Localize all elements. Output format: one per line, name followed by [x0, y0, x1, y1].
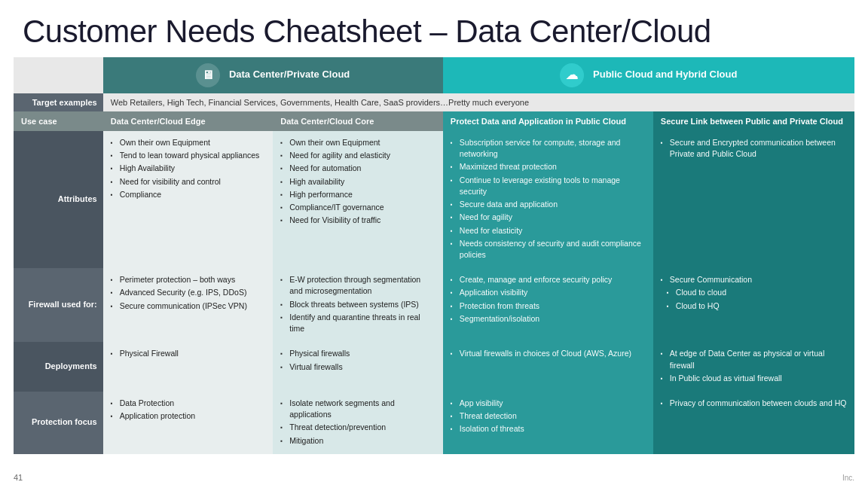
- list-item: Need for visibility and control: [111, 176, 266, 188]
- protection-dc2-list: Isolate network segments and application…: [280, 398, 436, 447]
- list-item: High performance: [280, 189, 436, 200]
- firewall-cloud2-list: Secure Communication Cloud to cloud Clou…: [661, 274, 847, 312]
- list-item: Mitigation: [280, 435, 436, 447]
- list-item: Physical Firewall: [111, 348, 266, 359]
- protection-row: Protection focus Data Protection Applica…: [14, 392, 854, 454]
- attributes-label: Attributes: [14, 131, 103, 268]
- page-title: Customer Needs Cheatsheet – Data Center/…: [23, 14, 711, 49]
- list-item: Threat detection: [451, 410, 646, 422]
- attributes-dc1: Own their own Equipment Tend to lean tow…: [103, 131, 274, 268]
- protection-cloud1-list: App visibility Threat detection Isolatio…: [451, 398, 646, 435]
- list-item: Tend to lean toward physical appliances: [111, 150, 266, 161]
- protection-cloud1: App visibility Threat detection Isolatio…: [443, 392, 653, 454]
- list-item: High Availability: [111, 163, 266, 174]
- list-item: In Public cloud as virtual firewall: [661, 373, 847, 384]
- list-item: Need for automation: [280, 163, 436, 174]
- list-item: Compliance/IT governance: [280, 202, 436, 213]
- firewall-cloud1-list: Create, manage and enforce security poli…: [451, 274, 646, 325]
- column-group-header-row: 🖥 Data Center/Private Cloud ☁ Public Clo…: [14, 57, 854, 93]
- cloud2-usecase-label: Secure Link between Public and Private C…: [653, 111, 854, 131]
- attributes-dc1-list: Own their own Equipment Tend to lean tow…: [111, 137, 266, 200]
- list-item: Virtual firewalls in choices of Cloud (A…: [451, 348, 646, 359]
- list-item: Need for elasticity: [451, 225, 646, 236]
- list-item: Threat detection/prevention: [280, 422, 436, 433]
- usecase-row: Use case Data Center/Cloud Edge Data Cen…: [14, 111, 854, 131]
- deployments-row: Deployments Physical Firewall Physical f…: [14, 342, 854, 392]
- main-table: 🖥 Data Center/Private Cloud ☁ Public Clo…: [14, 57, 854, 454]
- list-item: High availability: [280, 176, 436, 188]
- dc1-usecase-label: Data Center/Cloud Edge: [103, 111, 274, 131]
- page: Customer Needs Cheatsheet – Data Center/…: [0, 0, 868, 488]
- protection-dc1: Data Protection Application protection: [103, 392, 274, 454]
- target-row: Target examples Web Retailers, High Tech…: [14, 93, 854, 111]
- list-item: Secure Communication: [661, 274, 847, 285]
- copyright-text: Inc.: [842, 474, 854, 482]
- list-item: Secure and Encrypted communication betwe…: [661, 137, 847, 160]
- firewall-dc1: Perimeter protection – both ways Advance…: [103, 268, 274, 342]
- list-item: Physical firewalls: [280, 348, 436, 359]
- attributes-cloud2-list: Secure and Encrypted communication betwe…: [661, 137, 847, 160]
- deployments-cloud2-list: At edge of Data Center as physical or vi…: [661, 348, 847, 384]
- attributes-dc2: Own their own Equipment Need for agility…: [273, 131, 443, 268]
- list-item: Subscription service for compute, storag…: [451, 137, 646, 160]
- list-item: Cloud to cloud: [661, 287, 847, 298]
- deployments-dc2: Physical firewalls Virtual firewalls: [273, 342, 443, 392]
- firewall-row: Firewall used for: Perimeter protection …: [14, 268, 854, 342]
- list-item: Own their own Equipment: [280, 137, 436, 148]
- dc-header-label: Data Center/Private Cloud: [229, 69, 350, 80]
- firewall-cloud2: Secure Communication Cloud to cloud Clou…: [653, 268, 854, 342]
- cloud1-usecase-label: Protect Data and Application in Public C…: [443, 111, 653, 131]
- list-item: Protection from threats: [451, 300, 646, 312]
- list-item: Virtual firewalls: [280, 361, 436, 373]
- usecase-label: Use case: [14, 111, 103, 131]
- target-label: Target examples: [14, 93, 103, 111]
- list-item: Need for Visibility of traffic: [280, 215, 436, 226]
- list-item: Own their own Equipment: [111, 137, 266, 148]
- cloud-header-label: Public Cloud and Hybrid Cloud: [593, 69, 737, 80]
- dc-icon: 🖥: [196, 63, 220, 87]
- attributes-cloud2: Secure and Encrypted communication betwe…: [653, 131, 854, 268]
- deployments-cloud1-list: Virtual firewalls in choices of Cloud (A…: [451, 348, 646, 359]
- deployments-label: Deployments: [14, 342, 103, 392]
- list-item: Compliance: [111, 189, 266, 200]
- list-item: E-W protection through segmentation and …: [280, 274, 436, 297]
- deployments-dc1-list: Physical Firewall: [111, 348, 266, 359]
- attributes-cloud1: Subscription service for compute, storag…: [443, 131, 653, 268]
- firewall-label: Firewall used for:: [14, 268, 103, 342]
- protection-dc1-list: Data Protection Application protection: [111, 398, 266, 422]
- list-item: Needs consistency of security and audit …: [451, 238, 646, 261]
- cloud-icon: ☁: [560, 63, 584, 87]
- list-item: Application visibility: [451, 287, 646, 298]
- protection-dc2: Isolate network segments and application…: [273, 392, 443, 454]
- attributes-dc2-list: Own their own Equipment Need for agility…: [280, 137, 436, 227]
- list-item: Isolation of threats: [451, 423, 646, 435]
- list-item: App visibility: [451, 398, 646, 409]
- table-wrapper: 🖥 Data Center/Private Cloud ☁ Public Clo…: [0, 57, 868, 454]
- list-item: Need for agility: [451, 212, 646, 223]
- list-item: Secure communication (IPSec VPN): [111, 300, 266, 312]
- deployments-cloud1: Virtual firewalls in choices of Cloud (A…: [443, 342, 653, 392]
- list-item: Create, manage and enforce security poli…: [451, 274, 646, 285]
- page-number: 41: [14, 473, 23, 482]
- list-item: Segmentation/isolation: [451, 313, 646, 325]
- protection-cloud2-list: Privacy of communication between clouds …: [661, 398, 847, 409]
- firewall-dc2-list: E-W protection through segmentation and …: [280, 274, 436, 334]
- dc2-usecase-label: Data Center/Cloud Core: [273, 111, 443, 131]
- list-item: Privacy of communication between clouds …: [661, 398, 847, 409]
- deployments-dc1: Physical Firewall: [103, 342, 274, 392]
- firewall-dc2: E-W protection through segmentation and …: [273, 268, 443, 342]
- list-item: Cloud to HQ: [661, 300, 847, 312]
- list-item: At edge of Data Center as physical or vi…: [661, 348, 847, 371]
- protection-cloud2: Privacy of communication between clouds …: [653, 392, 854, 454]
- list-item: Perimeter protection – both ways: [111, 274, 266, 285]
- target-value: Web Retailers, High Tech, Financial Serv…: [103, 93, 854, 111]
- list-item: Advanced Security (e.g. IPS, DDoS): [111, 287, 266, 298]
- list-item: Identify and quarantine threats in real …: [280, 312, 436, 334]
- list-item: Secure data and application: [451, 199, 646, 210]
- attributes-cloud1-list: Subscription service for compute, storag…: [451, 137, 646, 261]
- list-item: Isolate network segments and application…: [280, 398, 436, 420]
- list-item: Maximized threat protection: [451, 161, 646, 172]
- list-item: Block threats between systems (IPS): [280, 299, 436, 310]
- deployments-cloud2: At edge of Data Center as physical or vi…: [653, 342, 854, 392]
- title-area: Customer Needs Cheatsheet – Data Center/…: [0, 0, 868, 57]
